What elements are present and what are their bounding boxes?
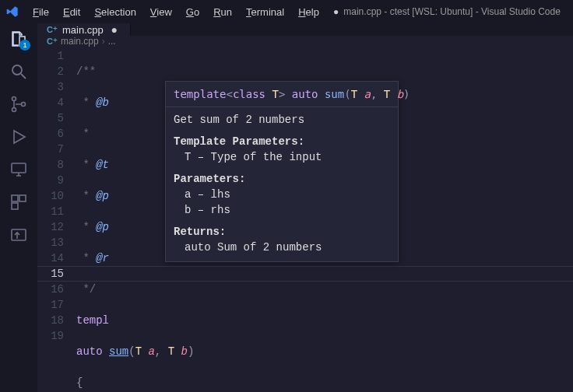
menu-go[interactable]: Go <box>180 3 206 21</box>
svg-rect-6 <box>12 195 18 201</box>
code-editor[interactable]: 12345678910111213141516171819 /** * @b *… <box>37 47 573 392</box>
menu-run[interactable]: Run <box>207 3 238 21</box>
tab-bar: C⁺ main.cpp ● <box>37 23 573 36</box>
breadcrumb[interactable]: C⁺ main.cpp › ... <box>37 36 573 47</box>
editor-area: C⁺ main.cpp ● C⁺ main.cpp › ... 12345678… <box>37 23 573 392</box>
menu-help[interactable]: Help <box>292 3 325 21</box>
titlebar: File Edit Selection View Go Run Terminal… <box>0 0 573 23</box>
svg-rect-8 <box>12 203 18 209</box>
docker-icon[interactable] <box>9 226 28 244</box>
svg-rect-7 <box>19 195 26 201</box>
menu-terminal[interactable]: Terminal <box>240 3 290 21</box>
activity-bar: 1 <box>0 23 37 392</box>
svg-point-3 <box>12 108 16 112</box>
main-area: 1 C⁺ main.cpp ● C⁺ m <box>0 23 573 392</box>
hover-returns-title: Returns: <box>174 224 390 240</box>
svg-point-4 <box>22 103 26 107</box>
explorer-badge: 1 <box>19 40 30 51</box>
menu-view[interactable]: View <box>144 3 178 21</box>
tab-label: main.cpp <box>62 24 104 36</box>
svg-point-2 <box>12 97 16 101</box>
cpp-file-icon: C⁺ <box>47 36 58 47</box>
menu-file[interactable]: File <box>26 3 55 21</box>
vscode-logo-icon <box>6 5 19 18</box>
breadcrumb-rest: ... <box>108 36 116 47</box>
hover-brief: Get sum of 2 numbers <box>174 112 390 128</box>
remote-explorer-icon[interactable] <box>9 160 28 179</box>
window-title: main.cpp - ctest [WSL: Ubuntu] - Visual … <box>327 6 567 17</box>
svg-rect-5 <box>12 163 26 173</box>
breadcrumb-file: main.cpp <box>61 36 99 47</box>
svg-line-1 <box>21 74 26 79</box>
menu-edit[interactable]: Edit <box>57 3 86 21</box>
svg-point-0 <box>12 65 22 75</box>
hover-body: Get sum of 2 numbers Template Parameters… <box>166 107 398 257</box>
cpp-file-icon: C⁺ <box>47 24 58 35</box>
search-icon[interactable] <box>9 62 28 81</box>
line-number-gutter: 12345678910111213141516171819 <box>37 47 76 392</box>
chevron-right-icon: › <box>102 36 105 47</box>
source-control-icon[interactable] <box>9 95 28 114</box>
tab-dirty-indicator[interactable]: ● <box>108 23 121 36</box>
hover-tooltip: template<class T> auto sum(T a, T b) Get… <box>165 81 399 262</box>
hover-signature: template<class T> auto sum(T a, T b) <box>166 82 398 107</box>
run-debug-icon[interactable] <box>9 128 28 146</box>
hover-tparams-title: Template Parameters: <box>174 134 390 149</box>
menu-selection[interactable]: Selection <box>88 3 142 21</box>
extensions-icon[interactable] <box>9 193 28 212</box>
tab-main-cpp[interactable]: C⁺ main.cpp ● <box>37 23 131 36</box>
hover-params-title: Parameters: <box>174 171 390 187</box>
explorer-icon[interactable]: 1 <box>9 30 28 48</box>
